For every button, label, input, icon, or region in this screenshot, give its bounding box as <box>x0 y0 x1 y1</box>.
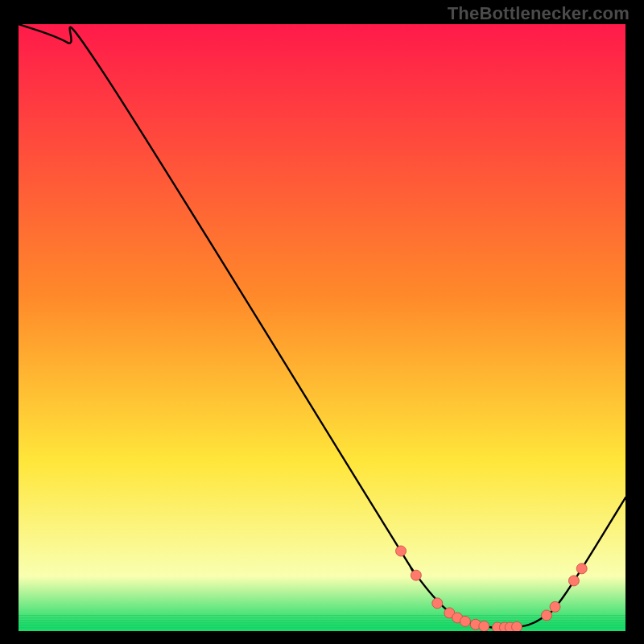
data-marker <box>479 621 489 631</box>
svg-rect-0 <box>19 24 625 631</box>
chart-area <box>19 24 625 631</box>
svg-rect-5 <box>19 625 625 625</box>
data-marker <box>512 621 522 631</box>
data-marker <box>550 601 560 612</box>
svg-rect-6 <box>19 627 625 628</box>
data-marker <box>396 546 407 556</box>
svg-rect-1 <box>19 615 625 616</box>
data-marker <box>541 610 551 621</box>
svg-rect-3 <box>19 620 625 621</box>
data-marker <box>568 576 579 586</box>
data-marker <box>432 598 443 609</box>
watermark-text: TheBottlenecker.com <box>448 3 630 24</box>
data-marker <box>460 616 470 626</box>
data-marker <box>576 564 587 574</box>
svg-rect-2 <box>19 617 625 618</box>
bottleneck-chart-svg <box>19 24 625 631</box>
data-marker <box>411 570 421 580</box>
